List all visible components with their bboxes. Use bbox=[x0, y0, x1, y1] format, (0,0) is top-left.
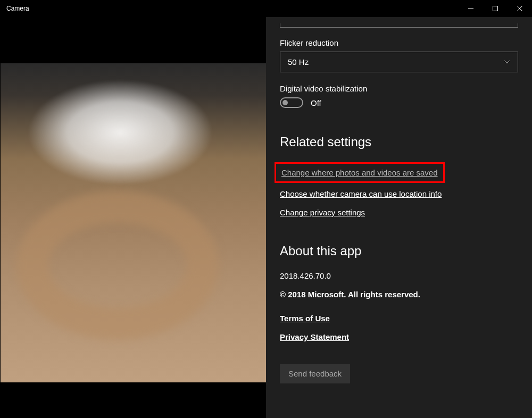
toggle-thumb bbox=[282, 100, 288, 105]
link-terms-of-use[interactable]: Terms of Use bbox=[280, 314, 518, 323]
flicker-reduction-label: Flicker reduction bbox=[280, 38, 518, 47]
flicker-reduction-dropdown[interactable]: 50 Hz bbox=[280, 52, 518, 72]
camera-preview bbox=[0, 17, 266, 418]
maximize-icon bbox=[493, 6, 498, 11]
maximize-button[interactable] bbox=[483, 0, 508, 17]
partial-dropdown-above[interactable] bbox=[280, 23, 518, 28]
titlebar: Camera bbox=[0, 0, 532, 17]
about-section: About this app 2018.426.70.0 © 2018 Micr… bbox=[280, 244, 518, 383]
camera-preview-image bbox=[1, 63, 266, 382]
main-content: Flicker reduction 50 Hz Digital video st… bbox=[0, 17, 532, 418]
link-privacy-statement[interactable]: Privacy Statement bbox=[280, 332, 518, 341]
stabilization-toggle[interactable] bbox=[280, 97, 303, 108]
copyright-text: © 2018 Microsoft. All rights reserved. bbox=[280, 290, 518, 299]
close-icon bbox=[517, 6, 522, 11]
preview-object-ring bbox=[16, 191, 219, 340]
close-button[interactable] bbox=[508, 0, 532, 17]
minimize-icon bbox=[468, 9, 473, 9]
link-privacy-settings[interactable]: Change privacy settings bbox=[280, 208, 518, 217]
link-change-save-location[interactable]: Change where photos and videos are saved bbox=[281, 168, 438, 177]
highlighted-link-box: Change where photos and videos are saved bbox=[275, 162, 445, 183]
app-version: 2018.426.70.0 bbox=[280, 271, 518, 280]
send-feedback-button[interactable]: Send feedback bbox=[280, 364, 350, 383]
minimize-button[interactable] bbox=[459, 0, 483, 17]
chevron-down-icon bbox=[504, 59, 510, 65]
stabilization-label: Digital video stabilization bbox=[280, 84, 518, 93]
link-location-info[interactable]: Choose whether camera can use location i… bbox=[280, 189, 518, 198]
preview-object-cable bbox=[27, 79, 213, 186]
flicker-reduction-value: 50 Hz bbox=[288, 57, 309, 66]
window-title: Camera bbox=[6, 5, 29, 12]
stabilization-toggle-row: Off bbox=[280, 97, 518, 108]
about-heading: About this app bbox=[280, 244, 518, 258]
settings-panel: Flicker reduction 50 Hz Digital video st… bbox=[266, 17, 532, 418]
window-controls bbox=[459, 0, 532, 17]
svg-rect-1 bbox=[493, 6, 498, 11]
svg-rect-0 bbox=[468, 9, 473, 9]
stabilization-state: Off bbox=[311, 98, 321, 107]
related-settings-heading: Related settings bbox=[280, 135, 518, 149]
